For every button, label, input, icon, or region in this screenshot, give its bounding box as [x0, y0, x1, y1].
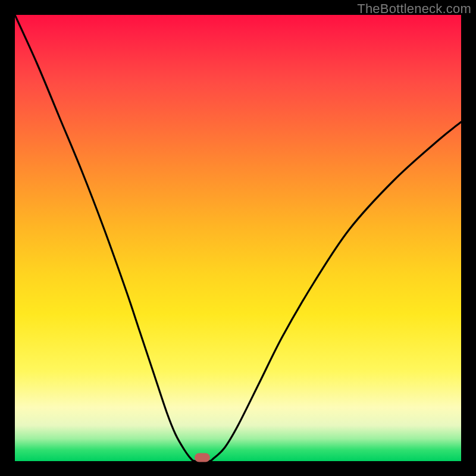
- bottleneck-curve: [15, 15, 461, 461]
- watermark-text: TheBottleneck.com: [357, 1, 471, 17]
- optimum-marker: [195, 453, 210, 462]
- chart-frame: TheBottleneck.com: [0, 0, 476, 476]
- plot-area: [15, 15, 461, 461]
